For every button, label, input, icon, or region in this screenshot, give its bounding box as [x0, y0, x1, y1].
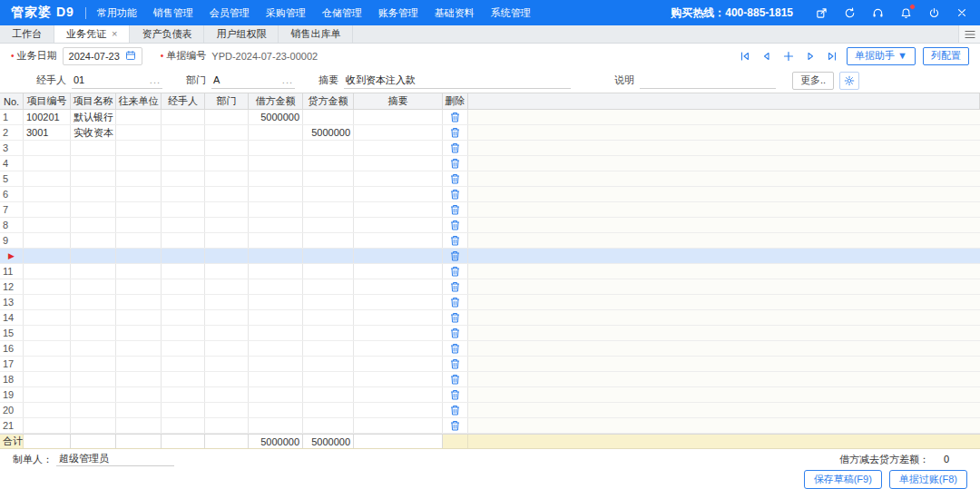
cell-handler[interactable]	[162, 310, 205, 325]
cell-no[interactable]: 16	[0, 341, 24, 356]
delete-row-icon[interactable]	[443, 187, 468, 201]
cell-credit[interactable]	[303, 387, 354, 402]
cell-debit[interactable]	[249, 187, 303, 201]
cell-name[interactable]	[71, 264, 116, 279]
date-input[interactable]: 2024-07-23	[63, 47, 142, 65]
table-row-8[interactable]: 8	[0, 218, 980, 233]
cell-no[interactable]: 8	[0, 218, 24, 232]
cell-handler[interactable]	[162, 187, 205, 201]
table-row-10[interactable]: ▶	[0, 249, 980, 264]
cell-credit[interactable]	[303, 279, 354, 294]
delete-row-icon[interactable]	[443, 357, 468, 371]
cell-partner[interactable]	[116, 141, 162, 155]
cell-debit[interactable]	[249, 326, 303, 340]
delete-row-icon[interactable]	[443, 218, 468, 232]
cell-partner[interactable]	[116, 202, 162, 217]
menu-item-账务管理[interactable]: 账务管理	[378, 6, 418, 20]
delete-row-icon[interactable]	[443, 279, 468, 294]
cell-debit[interactable]	[249, 218, 303, 232]
cell-name[interactable]	[71, 202, 116, 217]
cell-partner[interactable]	[116, 310, 162, 325]
cell-summary[interactable]	[354, 202, 443, 217]
cell-partner[interactable]	[116, 372, 162, 386]
cell-dept[interactable]	[205, 187, 249, 201]
cell-dept[interactable]	[205, 125, 249, 140]
cell-handler[interactable]	[162, 418, 205, 433]
cell-credit[interactable]	[303, 357, 354, 371]
column-config-button[interactable]: 列配置	[923, 47, 969, 65]
dept-lookup-button[interactable]: ...	[280, 74, 295, 85]
cell-partner[interactable]	[116, 326, 162, 340]
cell-credit[interactable]	[303, 110, 354, 124]
menu-item-仓储管理[interactable]: 仓储管理	[322, 6, 362, 20]
cell-no[interactable]: 13	[0, 295, 24, 309]
table-row-16[interactable]: 16	[0, 341, 980, 357]
table-row-21[interactable]: 21	[0, 418, 980, 434]
delete-row-icon[interactable]	[443, 326, 468, 340]
cell-no[interactable]: 4	[0, 156, 24, 171]
menu-item-常用功能[interactable]: 常用功能	[97, 6, 137, 20]
table-row-6[interactable]: 6	[0, 187, 980, 202]
cell-code[interactable]	[24, 233, 71, 248]
cell-no[interactable]: 19	[0, 387, 24, 402]
cell-credit[interactable]	[303, 295, 354, 309]
last-record-icon[interactable]	[825, 49, 839, 64]
cell-debit[interactable]	[249, 279, 303, 294]
cell-debit[interactable]: 5000000	[249, 110, 303, 124]
cell-debit[interactable]	[249, 141, 303, 155]
cell-dept[interactable]	[205, 387, 249, 402]
cell-partner[interactable]	[116, 125, 162, 140]
cell-code[interactable]	[24, 249, 71, 263]
cell-summary[interactable]	[354, 218, 443, 232]
cell-dept[interactable]	[205, 110, 249, 124]
cell-handler[interactable]	[162, 357, 205, 371]
cell-dept[interactable]	[205, 310, 249, 325]
cell-name[interactable]	[71, 418, 116, 433]
cell-debit[interactable]	[249, 310, 303, 325]
table-row-13[interactable]: 13	[0, 295, 980, 310]
delete-row-icon[interactable]	[443, 156, 468, 171]
tab-工作台[interactable]: 工作台	[0, 25, 54, 43]
cell-credit[interactable]	[303, 171, 354, 186]
cell-partner[interactable]	[116, 249, 162, 263]
cell-no[interactable]: 11	[0, 264, 24, 279]
cell-name[interactable]	[71, 326, 116, 340]
cell-debit[interactable]	[249, 387, 303, 402]
cell-partner[interactable]	[116, 418, 162, 433]
summary-input[interactable]: 收到资本注入款	[344, 73, 571, 89]
cell-code[interactable]	[24, 418, 71, 433]
cell-summary[interactable]	[354, 326, 443, 340]
cell-partner[interactable]	[116, 341, 162, 356]
cell-summary[interactable]	[354, 110, 443, 124]
cell-name[interactable]	[71, 310, 116, 325]
cell-summary[interactable]	[354, 156, 443, 171]
cell-handler[interactable]	[162, 141, 205, 155]
cell-credit[interactable]	[303, 249, 354, 263]
cell-dept[interactable]	[205, 156, 249, 171]
delete-row-icon[interactable]	[443, 310, 468, 325]
cell-name[interactable]: 默认银行	[71, 110, 116, 124]
next-record-icon[interactable]	[803, 49, 818, 64]
table-row-15[interactable]: 15	[0, 326, 980, 341]
cell-partner[interactable]	[116, 171, 162, 186]
cell-no[interactable]: 14	[0, 310, 24, 325]
delete-row-icon[interactable]	[443, 171, 468, 186]
add-record-icon[interactable]	[781, 49, 796, 64]
cell-dept[interactable]	[205, 279, 249, 294]
delete-row-icon[interactable]	[443, 372, 468, 386]
cell-code[interactable]	[24, 279, 71, 294]
cell-code[interactable]	[24, 141, 71, 155]
previous-record-icon[interactable]	[760, 49, 774, 64]
cell-name[interactable]	[71, 357, 116, 371]
cell-handler[interactable]	[162, 218, 205, 232]
cell-debit[interactable]	[249, 202, 303, 217]
cell-summary[interactable]	[354, 341, 443, 356]
cell-credit[interactable]	[303, 264, 354, 279]
table-row-11[interactable]: 11	[0, 264, 980, 279]
cell-summary[interactable]	[354, 187, 443, 201]
tab-用户组权限[interactable]: 用户组权限	[204, 25, 279, 43]
cell-debit[interactable]	[249, 418, 303, 433]
cell-name[interactable]	[71, 233, 116, 248]
cell-handler[interactable]	[162, 295, 205, 309]
tab-资产负债表[interactable]: 资产负债表	[130, 25, 204, 43]
